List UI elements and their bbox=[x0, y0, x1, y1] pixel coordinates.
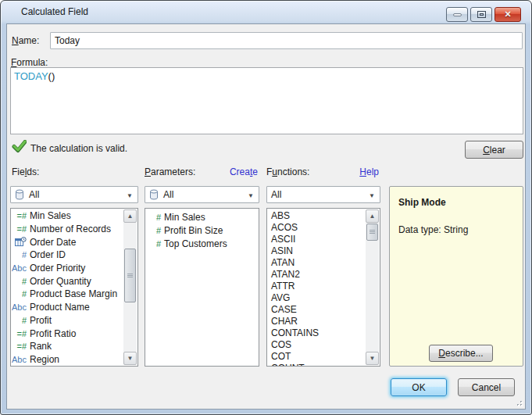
cancel-button[interactable]: Cancel bbox=[458, 378, 515, 396]
maximize-icon bbox=[477, 11, 486, 18]
help-link[interactable]: Help bbox=[359, 166, 379, 177]
functions-scrollbar[interactable]: ▲ ▼ bbox=[366, 209, 379, 365]
minimize-button[interactable] bbox=[446, 7, 468, 22]
number-icon: # bbox=[145, 226, 164, 235]
list-item[interactable]: ASCII bbox=[267, 233, 366, 245]
list-item[interactable]: #Order Quantity bbox=[11, 274, 124, 288]
valid-check-icon bbox=[12, 140, 27, 153]
list-item[interactable]: ACOS bbox=[267, 221, 366, 233]
list-item[interactable]: CONTAINS bbox=[267, 327, 366, 338]
close-button[interactable]: ✕ bbox=[495, 7, 521, 22]
number-icon: # bbox=[11, 316, 30, 325]
number-icon: # bbox=[145, 213, 164, 222]
list-item[interactable]: AVG bbox=[267, 292, 366, 303]
abc-icon: Abc bbox=[11, 302, 30, 312]
dialog-body: Name: Today Formula: TODAY() The calcula… bbox=[6, 23, 526, 410]
titlebar[interactable]: Calculated Field ✕ bbox=[1, 1, 531, 23]
window-controls: ✕ bbox=[446, 7, 521, 22]
number-icon: # bbox=[11, 250, 30, 259]
datasource-icon bbox=[15, 189, 24, 200]
dropdown-arrow-icon: ▼ bbox=[127, 192, 133, 199]
window-title: Calculated Field bbox=[21, 6, 88, 17]
list-item[interactable]: =#Rank bbox=[11, 340, 124, 353]
scroll-up-icon[interactable]: ▲ bbox=[366, 209, 379, 223]
list-item[interactable]: AbcOrder Priority bbox=[11, 262, 124, 275]
scroll-up-icon[interactable]: ▲ bbox=[123, 209, 137, 223]
list-item[interactable]: #Profit bbox=[11, 314, 124, 327]
validation-message: The calculation is valid. bbox=[30, 143, 127, 154]
number-icon: # bbox=[145, 239, 164, 249]
datasource-icon bbox=[149, 189, 159, 200]
calculated-measure-icon: =# bbox=[11, 342, 30, 351]
calculated-measure-icon: =# bbox=[11, 329, 30, 338]
minimize-icon bbox=[453, 13, 462, 16]
functions-list: ABS ACOS ASCII ASIN ATAN ATAN2 ATTR AVG … bbox=[266, 208, 380, 367]
list-item[interactable]: ABS bbox=[267, 209, 366, 221]
field-info-panel: Ship Mode Data type: String Describe... bbox=[389, 186, 523, 367]
list-item[interactable]: CHAR bbox=[267, 315, 366, 327]
create-parameter-link[interactable]: Create bbox=[230, 166, 258, 177]
list-item[interactable]: =#Min Sales bbox=[11, 209, 124, 223]
list-item[interactable]: COS bbox=[267, 338, 366, 350]
formula-args-token: () bbox=[48, 70, 55, 82]
list-item[interactable]: #Product Base Margin bbox=[11, 288, 124, 301]
name-label: Name: bbox=[12, 35, 39, 46]
dropdown-arrow-icon: ▼ bbox=[369, 192, 375, 199]
list-item[interactable]: COUNT bbox=[267, 362, 366, 367]
parameters-filter-combo[interactable]: All ▼ bbox=[145, 186, 259, 203]
scroll-down-icon[interactable]: ▼ bbox=[366, 352, 379, 365]
close-icon: ✕ bbox=[504, 9, 511, 20]
functions-label: Functions: bbox=[266, 166, 309, 177]
scrollbar-thumb[interactable] bbox=[366, 224, 378, 241]
dropdown-arrow-icon: ▼ bbox=[248, 192, 254, 199]
abc-icon: Abc bbox=[11, 263, 30, 273]
list-item[interactable]: Order Date bbox=[11, 235, 124, 249]
parameters-label: Parameters: bbox=[145, 166, 195, 177]
list-item[interactable]: =#Number of Records bbox=[11, 223, 124, 236]
functions-filter-combo[interactable]: All ▼ bbox=[266, 186, 380, 203]
list-item[interactable]: AbcRegion bbox=[11, 353, 124, 367]
calculated-field-dialog: Calculated Field ✕ Name: Today Formula: … bbox=[0, 0, 532, 415]
fields-scrollbar[interactable]: ▲ ▼ bbox=[123, 209, 137, 365]
name-input[interactable]: Today bbox=[50, 32, 523, 49]
calculated-measure-icon: =# bbox=[11, 211, 30, 220]
list-item[interactable]: CASE bbox=[267, 303, 366, 315]
list-item[interactable]: #Order ID bbox=[11, 249, 124, 262]
resize-grip[interactable] bbox=[513, 397, 523, 407]
describe-button[interactable]: Describe... bbox=[429, 345, 493, 362]
list-item[interactable]: #Min Sales bbox=[145, 211, 259, 224]
number-icon: # bbox=[11, 277, 30, 286]
number-icon: # bbox=[11, 289, 30, 299]
list-item[interactable]: #Top Customers bbox=[145, 237, 259, 250]
field-name: Ship Mode bbox=[398, 197, 446, 208]
list-item[interactable]: ATAN2 bbox=[267, 268, 366, 280]
date-icon bbox=[11, 237, 30, 247]
list-item[interactable]: ATTR bbox=[267, 280, 366, 292]
list-item[interactable]: #Profit Bin Size bbox=[145, 224, 259, 238]
fields-list: =#Min Sales =#Number of Records Order Da… bbox=[10, 208, 138, 367]
formula-editor[interactable]: TODAY() bbox=[10, 67, 523, 134]
list-item[interactable]: ASIN bbox=[267, 245, 366, 256]
fields-label: Fields: bbox=[12, 166, 39, 177]
list-item[interactable]: COT bbox=[267, 350, 366, 362]
clear-button[interactable]: Clear bbox=[465, 141, 523, 159]
formula-label: Formula: bbox=[11, 57, 48, 68]
abc-icon: Abc bbox=[11, 355, 30, 364]
list-item[interactable]: =#Profit Ratio bbox=[11, 327, 124, 340]
ok-button[interactable]: OK bbox=[391, 378, 447, 396]
scrollbar-thumb[interactable] bbox=[124, 249, 136, 302]
parameters-list: #Min Sales #Profit Bin Size #Top Custome… bbox=[145, 208, 259, 367]
list-item[interactable]: AbcProduct Name bbox=[11, 301, 124, 314]
formula-function-token: TODAY bbox=[14, 70, 48, 82]
fields-filter-combo[interactable]: All ▼ bbox=[10, 186, 138, 203]
list-item[interactable]: ATAN bbox=[267, 256, 366, 268]
maximize-button[interactable] bbox=[470, 7, 492, 22]
scroll-down-icon[interactable]: ▼ bbox=[123, 352, 137, 365]
calculated-measure-icon: =# bbox=[11, 224, 30, 234]
field-data-type: Data type: String bbox=[398, 224, 468, 235]
